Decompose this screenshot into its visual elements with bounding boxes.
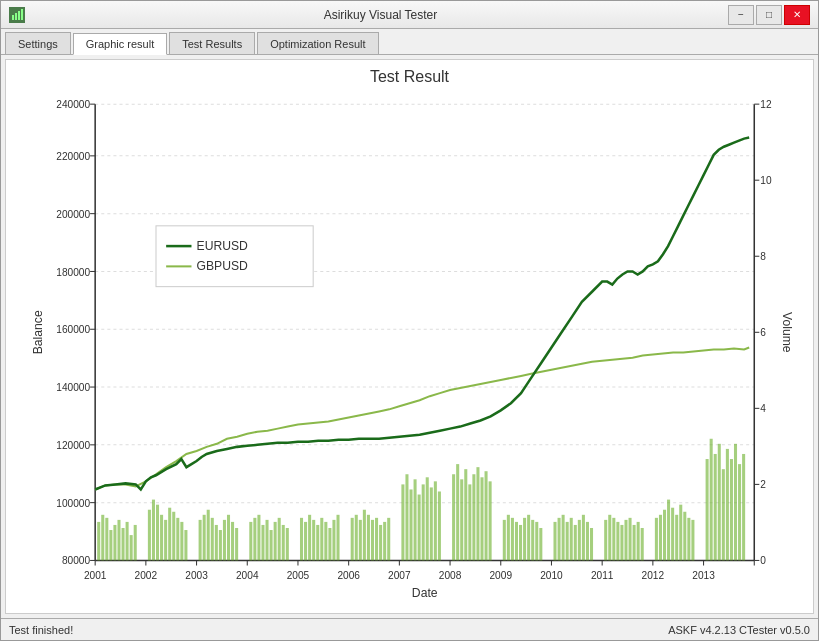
svg-rect-89 — [304, 522, 307, 561]
tab-optimization-result[interactable]: Optimization Result — [257, 32, 378, 54]
svg-rect-84 — [274, 522, 277, 561]
svg-rect-114 — [426, 477, 429, 560]
svg-rect-54 — [122, 528, 125, 560]
chart-svg: 80000 100000 120000 140000 160000 180000… — [14, 94, 805, 601]
svg-rect-117 — [438, 491, 441, 560]
svg-text:100000: 100000 — [56, 498, 90, 509]
tab-test-results[interactable]: Test Results — [169, 32, 255, 54]
svg-rect-59 — [152, 500, 155, 561]
svg-text:200000: 200000 — [56, 209, 90, 220]
svg-rect-55 — [126, 522, 129, 561]
svg-text:160000: 160000 — [56, 324, 90, 335]
svg-rect-130 — [511, 518, 514, 561]
svg-rect-88 — [300, 518, 303, 561]
restore-button[interactable]: □ — [756, 5, 782, 25]
svg-rect-170 — [714, 454, 717, 560]
minimize-button[interactable]: − — [728, 5, 754, 25]
svg-rect-161 — [667, 500, 670, 561]
svg-rect-1 — [15, 13, 17, 20]
svg-rect-87 — [286, 528, 289, 560]
svg-rect-72 — [215, 525, 218, 560]
svg-rect-52 — [113, 525, 116, 560]
svg-text:2002: 2002 — [135, 570, 158, 581]
svg-rect-169 — [710, 439, 713, 561]
svg-rect-96 — [332, 520, 335, 561]
svg-rect-115 — [430, 487, 433, 560]
svg-rect-57 — [134, 525, 137, 560]
status-left: Test finished! — [9, 624, 73, 636]
svg-text:4: 4 — [760, 403, 766, 414]
svg-rect-63 — [168, 508, 171, 561]
svg-rect-133 — [523, 518, 526, 561]
svg-rect-116 — [434, 481, 437, 560]
svg-rect-177 — [742, 454, 745, 560]
svg-rect-81 — [261, 525, 264, 560]
svg-rect-50 — [105, 518, 108, 561]
svg-rect-67 — [184, 530, 187, 560]
svg-text:80000: 80000 — [62, 555, 91, 566]
svg-rect-167 — [691, 520, 694, 561]
svg-text:120000: 120000 — [56, 440, 90, 451]
svg-text:2004: 2004 — [236, 570, 259, 581]
svg-rect-125 — [480, 477, 483, 560]
chart-area: 80000 100000 120000 140000 160000 180000… — [14, 94, 805, 601]
svg-rect-165 — [683, 512, 686, 561]
svg-text:EURUSD: EURUSD — [197, 239, 249, 253]
svg-text:2007: 2007 — [388, 570, 411, 581]
svg-rect-122 — [468, 484, 471, 560]
svg-rect-61 — [160, 515, 163, 561]
svg-rect-51 — [109, 530, 112, 560]
svg-rect-103 — [371, 520, 374, 561]
svg-rect-150 — [612, 518, 615, 561]
svg-rect-142 — [570, 518, 573, 561]
svg-rect-163 — [675, 515, 678, 561]
svg-text:2010: 2010 — [540, 570, 563, 581]
svg-text:8: 8 — [760, 251, 766, 262]
svg-rect-143 — [574, 525, 577, 560]
svg-rect-146 — [586, 522, 589, 561]
svg-text:2012: 2012 — [642, 570, 665, 581]
svg-rect-145 — [582, 515, 585, 561]
svg-rect-69 — [203, 515, 206, 561]
svg-rect-3 — [21, 9, 23, 20]
svg-text:2011: 2011 — [591, 570, 614, 581]
svg-rect-120 — [460, 479, 463, 560]
svg-rect-100 — [359, 520, 362, 561]
svg-text:2013: 2013 — [692, 570, 715, 581]
title-bar: Asirikuy Visual Tester − □ ✕ — [1, 1, 818, 29]
content-area: Test Result — [5, 59, 814, 614]
svg-rect-99 — [355, 515, 358, 561]
svg-text:Volume: Volume — [780, 312, 794, 353]
svg-text:0: 0 — [760, 555, 766, 566]
svg-rect-138 — [553, 522, 556, 561]
svg-rect-80 — [257, 515, 260, 561]
svg-rect-108 — [401, 484, 404, 560]
svg-text:2001: 2001 — [84, 570, 107, 581]
window-title: Asirikuy Visual Tester — [33, 8, 728, 22]
svg-rect-126 — [485, 471, 488, 560]
svg-rect-85 — [278, 518, 281, 561]
svg-rect-79 — [253, 518, 256, 561]
tab-graphic-result[interactable]: Graphic result — [73, 33, 167, 55]
svg-rect-174 — [730, 459, 733, 560]
svg-rect-118 — [452, 474, 455, 560]
svg-text:GBPUSD: GBPUSD — [197, 259, 249, 273]
svg-rect-127 — [489, 481, 492, 560]
svg-rect-141 — [566, 522, 569, 561]
svg-rect-149 — [608, 515, 611, 561]
svg-rect-94 — [324, 522, 327, 561]
svg-rect-157 — [641, 528, 644, 560]
svg-rect-0 — [12, 15, 14, 20]
svg-text:240000: 240000 — [56, 99, 90, 110]
svg-rect-135 — [531, 520, 534, 561]
tab-settings[interactable]: Settings — [5, 32, 71, 54]
svg-rect-113 — [422, 484, 425, 560]
svg-rect-109 — [405, 474, 408, 560]
svg-rect-154 — [629, 518, 632, 561]
status-right: ASKF v4.2.13 CTester v0.5.0 — [668, 624, 810, 636]
svg-rect-86 — [282, 525, 285, 560]
svg-rect-66 — [180, 522, 183, 561]
close-button[interactable]: ✕ — [784, 5, 810, 25]
svg-rect-178 — [156, 226, 313, 287]
svg-rect-73 — [219, 530, 222, 560]
